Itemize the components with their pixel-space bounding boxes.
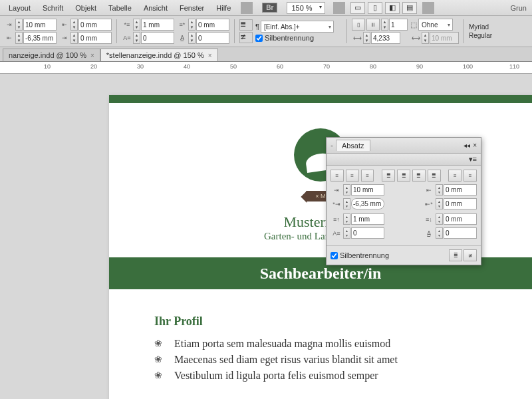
- val3-input[interactable]: [141, 32, 174, 44]
- panel-space-after[interactable]: [444, 213, 477, 225]
- menu-schrift[interactable]: Schrift: [37, 4, 69, 12]
- horizontal-ruler[interactable]: 10 20 30 40 50 60 70 80 90 100 110: [0, 62, 532, 74]
- indent-left-icon: ⇥: [4, 19, 15, 30]
- menu-ansicht[interactable]: Ansicht: [138, 4, 174, 12]
- span-dropdown[interactable]: Ohne: [418, 19, 453, 31]
- stepper[interactable]: ▲▼: [343, 198, 350, 209]
- canvas-area[interactable]: × M Mustermann Garten- und Landschaftsba…: [0, 74, 532, 399]
- gap-icon: ⟷: [352, 33, 362, 43]
- menu-fenster[interactable]: Fenster: [174, 4, 210, 12]
- control-toolbar: ⇥▲▼ ⇤▲▼ ⇤▲▼ ⇥▲▼ *≡▲▼ A≡▲▼ ≡*▲▼ A̲▲▼ ≣ ≢ …: [0, 16, 532, 47]
- panel-indent-right[interactable]: [444, 184, 477, 196]
- stepper[interactable]: ▲▼: [343, 213, 350, 225]
- panel-hyphen-checkbox[interactable]: Silbentrennung: [331, 251, 389, 259]
- panel-lastline[interactable]: [444, 198, 477, 209]
- stepper[interactable]: ▲▼: [436, 184, 443, 196]
- stepper[interactable]: ▲▼: [188, 32, 196, 44]
- justify-center-button[interactable]: ≣: [397, 170, 410, 182]
- indent-left-input[interactable]: [23, 19, 57, 31]
- neg-indent-input[interactable]: [23, 32, 57, 44]
- stepper[interactable]: ▲▼: [15, 32, 23, 44]
- panel-body: ≡ ≡ ≡ ≣ ≣ ≣ ≣ ≡ ≡ ⇥▲▼ ⇤▲▼ *⇥▲▼ ⇤*▲▼: [327, 166, 481, 245]
- para-style-icon: ¶: [255, 23, 259, 31]
- close-icon[interactable]: ×: [473, 142, 477, 149]
- neg-indent-icon: ⇤: [4, 33, 15, 43]
- separator: [116, 19, 117, 43]
- workspace-label[interactable]: Grun: [505, 4, 529, 12]
- align-row: ≡ ≡ ≡ ≣ ≣ ≣ ≣ ≡ ≡: [331, 170, 477, 182]
- stepper[interactable]: ▲▼: [422, 32, 429, 44]
- firstline-icon: *⇥: [331, 199, 342, 209]
- align-toward-button[interactable]: ≡: [448, 170, 462, 182]
- menu-objekt[interactable]: Objekt: [69, 4, 102, 12]
- baseline-icon[interactable]: ≣: [239, 19, 253, 31]
- gap-input[interactable]: [371, 32, 400, 44]
- bridge-button[interactable]: Br: [262, 3, 277, 13]
- no-baseline-icon[interactable]: ≢: [239, 32, 253, 43]
- panel-titlebar[interactable]: ◦ Absatz ◂◂×: [327, 138, 481, 154]
- justify-all-button[interactable]: ≣: [428, 170, 441, 182]
- para-style-dropdown[interactable]: [Einf. Abs.]+: [261, 21, 334, 33]
- panel-space-before[interactable]: [351, 213, 384, 225]
- document-tabs: nanzeige.indd @ 100 %× *stellenanzeige.i…: [0, 47, 532, 62]
- menu-layout[interactable]: Layout: [3, 4, 37, 12]
- indent-right-icon: ⇤: [423, 185, 435, 196]
- align-left-button[interactable]: ≡: [331, 170, 344, 182]
- menu-hilfe[interactable]: Hilfe: [210, 4, 237, 12]
- stepper[interactable]: ▲▼: [15, 19, 23, 31]
- col-single-icon[interactable]: ▯: [352, 19, 365, 31]
- stepper[interactable]: ▲▼: [343, 184, 350, 196]
- dropcap2-icon: A̲: [177, 33, 188, 43]
- document-tab[interactable]: *stellenanzeige.indd @ 150 %×: [100, 49, 218, 61]
- panel-indent-left[interactable]: [351, 184, 384, 196]
- baseline-grid-off[interactable]: ≢: [464, 249, 477, 261]
- panel-firstline[interactable]: [351, 198, 384, 209]
- indent-right-input[interactable]: [78, 19, 112, 31]
- align-right-button[interactable]: ≡: [361, 170, 374, 182]
- align-center-button[interactable]: ≡: [346, 170, 359, 182]
- align-away-button[interactable]: ≡: [464, 170, 477, 182]
- panel-menu-icon[interactable]: ▾≡: [469, 155, 477, 164]
- view-mode-icon[interactable]: ▭: [350, 2, 365, 14]
- view-mode-icon[interactable]: ◧: [385, 2, 400, 14]
- cols-input[interactable]: [389, 19, 408, 31]
- profile-section: Ihr Profil Etiam porta sem malesuada mag…: [154, 315, 505, 386]
- justify-right-button[interactable]: ≣: [412, 170, 426, 182]
- collapse-icon[interactable]: ◂◂: [464, 142, 470, 149]
- panel-dropcap-chars[interactable]: [444, 227, 477, 239]
- close-icon[interactable]: ×: [90, 52, 94, 59]
- hyphen-checkbox[interactable]: Silbentrennung: [255, 34, 342, 42]
- close-icon[interactable]: ×: [208, 52, 212, 59]
- zoom-dropdown[interactable]: 150 %: [287, 2, 325, 14]
- stepper[interactable]: ▲▼: [343, 227, 350, 239]
- justify-left-button[interactable]: ≣: [382, 170, 395, 182]
- baseline-grid-on[interactable]: ≣: [449, 249, 462, 261]
- col-multi-icon[interactable]: ⫼: [366, 19, 380, 31]
- firstline-input[interactable]: [141, 19, 174, 31]
- val2-input[interactable]: [78, 32, 112, 44]
- lastline-input[interactable]: [196, 19, 229, 31]
- panel-dropcap-lines[interactable]: [351, 227, 384, 239]
- panel-tab[interactable]: Absatz: [336, 140, 370, 151]
- menu-tabelle[interactable]: Tabelle: [102, 4, 138, 12]
- stepper[interactable]: ▲▼: [363, 32, 370, 44]
- view-mode-icon[interactable]: ▯: [368, 2, 382, 14]
- dropcap-lines-icon: A≡: [331, 228, 342, 239]
- separator: [333, 2, 345, 14]
- stepper[interactable]: ▲▼: [436, 198, 443, 209]
- stepper[interactable]: ▲▼: [436, 227, 443, 239]
- profile-bullet: Vestibulum id ligula porta felis euismod…: [154, 370, 505, 382]
- view-mode-icon[interactable]: ▤: [402, 2, 417, 14]
- paragraph-panel[interactable]: ◦ Absatz ◂◂× ▾≡ ≡ ≡ ≡ ≣ ≣ ≣ ≣ ≡ ≡ ⇥▲▼: [326, 137, 481, 265]
- val4-input[interactable]: [196, 32, 229, 44]
- stepper[interactable]: ▲▼: [70, 19, 78, 31]
- stepper[interactable]: ▲▼: [188, 19, 196, 31]
- stepper[interactable]: ▲▼: [70, 32, 78, 44]
- stepper[interactable]: ▲▼: [133, 32, 140, 44]
- space-after-icon: ≡↓: [423, 214, 435, 225]
- document-tab[interactable]: nanzeige.indd @ 100 %×: [3, 49, 100, 61]
- stepper[interactable]: ▲▼: [436, 213, 443, 225]
- stepper[interactable]: ▲▼: [381, 19, 388, 31]
- dropcap-chars-icon: A̲: [423, 228, 435, 239]
- stepper[interactable]: ▲▼: [133, 19, 140, 31]
